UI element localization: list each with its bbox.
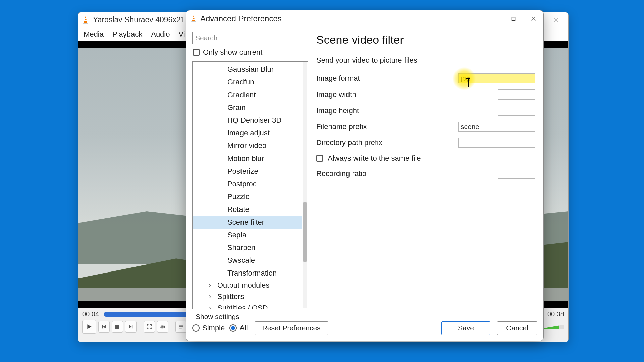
- volume-slider[interactable]: [541, 324, 564, 329]
- stop-button[interactable]: [112, 321, 123, 333]
- svg-rect-5: [102, 325, 103, 329]
- menu-media[interactable]: Media: [84, 30, 104, 39]
- svg-marker-0: [84, 16, 88, 23]
- next-button[interactable]: [125, 321, 137, 333]
- image-height-spinner[interactable]: ▲▼: [498, 106, 535, 116]
- ext-settings-button[interactable]: [157, 321, 168, 333]
- fullscreen-button[interactable]: [144, 321, 155, 333]
- svg-marker-4: [87, 324, 91, 329]
- preferences-search-input[interactable]: [192, 32, 308, 44]
- settings-heading: Scene video filter: [316, 33, 535, 46]
- vlc-cone-icon: [190, 15, 198, 23]
- save-button[interactable]: Save: [441, 321, 490, 335]
- directory-prefix-input[interactable]: [458, 138, 535, 148]
- vlc-cone-icon: [81, 15, 90, 25]
- image-height-input[interactable]: [498, 107, 544, 115]
- tree-item[interactable]: Puzzle: [193, 190, 302, 203]
- time-elapsed: 00:04: [82, 310, 99, 318]
- tree-item[interactable]: Scene filter: [193, 216, 302, 229]
- tree-item[interactable]: Rotate: [193, 203, 302, 216]
- always-same-file-label: Always write to the same file: [328, 154, 421, 163]
- filename-prefix-label: Filename prefix: [316, 122, 458, 131]
- reset-preferences-button[interactable]: Reset Preferences: [255, 321, 328, 335]
- svg-marker-6: [103, 325, 106, 329]
- tree-parent-item[interactable]: ›Subtitles / OSD: [193, 302, 302, 309]
- svg-rect-9: [132, 325, 133, 329]
- scrollbar-thumb[interactable]: [303, 202, 307, 261]
- checkbox-icon: [316, 155, 323, 162]
- tree-item[interactable]: Transformation: [193, 267, 302, 280]
- chevron-right-icon: ›: [209, 281, 215, 290]
- svg-rect-17: [191, 21, 196, 22]
- image-format-label: Image format: [316, 74, 458, 83]
- svg-rect-7: [115, 325, 119, 329]
- only-show-current-label: Only show current: [203, 48, 262, 57]
- dialog-footer: Show settings Simple All Reset Preferenc…: [186, 309, 543, 341]
- only-show-current-checkbox[interactable]: Only show current: [193, 48, 308, 57]
- always-same-file-checkbox[interactable]: Always write to the same file: [316, 154, 535, 163]
- radio-simple[interactable]: Simple: [192, 324, 225, 333]
- dialog-titlebar: Advanced Preferences: [186, 10, 543, 27]
- recording-ratio-spinner[interactable]: ▲▼: [498, 169, 535, 179]
- radio-all[interactable]: All: [229, 324, 248, 333]
- dialog-minimize-button[interactable]: [483, 10, 503, 27]
- tree-parent-item[interactable]: ›Output modules: [193, 280, 302, 291]
- tree-item[interactable]: Sepia: [193, 229, 302, 241]
- tree-item[interactable]: Grain: [193, 101, 302, 114]
- tree-parent-item[interactable]: ›Splitters: [193, 291, 302, 302]
- svg-rect-21: [512, 17, 515, 20]
- tree-item[interactable]: Image adjust: [193, 127, 302, 139]
- svg-rect-2: [85, 18, 87, 19]
- radio-icon: [192, 324, 200, 332]
- recording-ratio-input[interactable]: [498, 170, 544, 178]
- svg-point-12: [164, 326, 165, 328]
- svg-rect-19: [192, 19, 195, 20]
- tree-item[interactable]: Gradient: [193, 88, 302, 101]
- svg-point-10: [161, 327, 162, 328]
- menu-audio[interactable]: Audio: [151, 30, 170, 39]
- filename-prefix-input[interactable]: [458, 122, 535, 132]
- image-height-label: Image height: [316, 106, 498, 115]
- chevron-right-icon: ›: [209, 304, 215, 309]
- radio-icon: [229, 324, 237, 332]
- dialog-maximize-button[interactable]: [503, 10, 523, 27]
- tree-item[interactable]: Sharpen: [193, 241, 302, 254]
- cancel-button[interactable]: Cancel: [497, 321, 537, 335]
- image-width-label: Image width: [316, 90, 498, 99]
- play-button[interactable]: [82, 320, 96, 334]
- chevron-right-icon: ›: [209, 292, 215, 301]
- playlist-button[interactable]: [175, 321, 187, 333]
- image-width-input[interactable]: [498, 90, 544, 99]
- svg-rect-1: [83, 23, 88, 24]
- vlc-close-button[interactable]: [546, 12, 566, 27]
- tree-item[interactable]: Motion blur: [193, 152, 302, 165]
- time-total: 00:38: [547, 310, 564, 318]
- svg-marker-8: [129, 325, 132, 329]
- tree-item[interactable]: HQ Denoiser 3D: [193, 114, 302, 127]
- recording-ratio-label: Recording ratio: [316, 169, 498, 178]
- advanced-preferences-dialog: Advanced Preferences Only show current G…: [186, 10, 544, 341]
- prev-button[interactable]: [98, 321, 110, 333]
- dialog-close-button[interactable]: [523, 10, 543, 27]
- tree-item[interactable]: Mirror video: [193, 139, 302, 152]
- tree-item[interactable]: Gradfun: [193, 76, 302, 88]
- dialog-title: Advanced Preferences: [200, 14, 483, 23]
- svg-marker-16: [192, 15, 195, 21]
- menu-playback[interactable]: Playback: [112, 30, 142, 39]
- tree-item[interactable]: Postproc: [193, 178, 302, 190]
- settings-subtitle: Send your video to picture files: [316, 56, 535, 65]
- tree-item[interactable]: Swscale: [193, 254, 302, 267]
- menu-video[interactable]: Vi: [178, 30, 185, 39]
- show-settings-label: Show settings: [196, 313, 537, 321]
- tree-scrollbar[interactable]: [303, 62, 307, 308]
- directory-prefix-label: Directory path prefix: [316, 138, 458, 147]
- preferences-tree: Gaussian BlurGradfunGradientGrainHQ Deno…: [192, 61, 308, 309]
- svg-rect-18: [193, 17, 194, 18]
- tree-item[interactable]: Posterize: [193, 165, 302, 178]
- svg-rect-3: [84, 20, 87, 21]
- svg-point-11: [162, 325, 163, 327]
- checkbox-icon: [193, 49, 200, 56]
- image-width-spinner[interactable]: ▲▼: [498, 89, 535, 100]
- tree-item[interactable]: Gaussian Blur: [193, 63, 302, 76]
- divider: [316, 51, 535, 51]
